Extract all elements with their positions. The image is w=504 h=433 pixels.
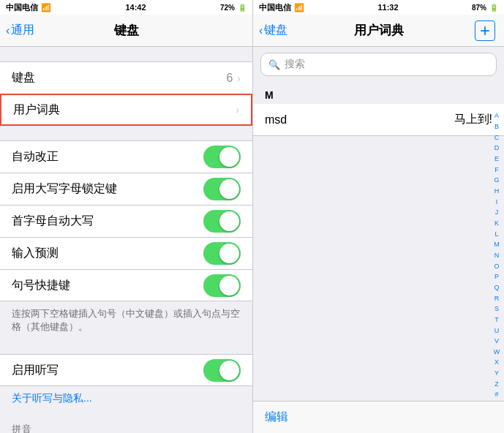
user-dict-chevron: › [236, 104, 239, 116]
dictation-toggle[interactable] [203, 359, 241, 382]
caps-lock-cell[interactable]: 启用大写字母锁定键 [0, 173, 252, 205]
search-placeholder: 搜索 [285, 58, 305, 71]
alphabet-index: A B C D E F G H I J K L M N O P Q R S T [491, 111, 503, 401]
predictive-label: 输入预测 [12, 246, 59, 261]
dict-phrase: msd [265, 113, 287, 127]
auto-cap-knob [219, 211, 239, 231]
caps-lock-toggle[interactable] [203, 178, 241, 200]
right-status-right: 87% 🔋 [472, 4, 498, 12]
dict-shortcut: 马上到! [454, 112, 492, 127]
keyboard-cell[interactable]: 键盘 6 › [0, 61, 252, 94]
right-status-bar: 中国电信 📶 11:32 87% 🔋 [253, 0, 504, 15]
auto-correct-knob [219, 147, 239, 167]
user-dict-cell[interactable]: 用户词典 › [0, 94, 252, 126]
battery-icon-left: 🔋 [238, 4, 247, 12]
carrier-right: 中国电信 [259, 2, 291, 13]
predictive-knob [219, 244, 239, 263]
quick-punct-cell[interactable]: 句号快捷键 [0, 269, 252, 301]
battery-icon-right: 🔋 [489, 4, 498, 12]
search-bar-container: 🔍 搜索 [253, 47, 504, 82]
dictation-privacy-link[interactable]: 关于听写与隐私... [0, 386, 252, 411]
predictive-toggle[interactable] [203, 242, 241, 265]
wifi-icon-right: 📶 [294, 3, 304, 12]
dictation-cell[interactable]: 启用听写 [0, 354, 252, 386]
left-nav-bar: ‹ 通用 键盘 [0, 15, 252, 47]
wifi-icon-left: 📶 [41, 3, 51, 12]
caps-lock-knob [219, 179, 239, 199]
keyboard-value: 6 › [226, 72, 241, 85]
left-back-label: 通用 [11, 23, 34, 38]
quick-punct-knob [219, 276, 239, 295]
right-content: M msd 马上到! A B C D E F G H I J K L M [253, 82, 504, 433]
right-chevron-left-icon: ‹ [259, 24, 263, 37]
right-back-label: 键盘 [264, 23, 287, 38]
dictation-label: 启用听写 [12, 363, 59, 378]
auto-correct-toggle[interactable] [203, 146, 241, 168]
dictation-knob [219, 361, 239, 380]
right-nav-bar: ‹ 键盘 用户词典 + [253, 15, 504, 47]
right-bottom-bar: 编辑 [253, 401, 504, 433]
caps-lock-label: 启用大写字母锁定键 [12, 181, 117, 197]
edit-button[interactable]: 编辑 [265, 410, 288, 425]
predictive-cell[interactable]: 输入预测 [0, 237, 252, 269]
add-button[interactable]: + [475, 20, 495, 41]
keyboard-chevron: › [237, 72, 241, 84]
battery-left: 72% [220, 4, 235, 12]
right-panel: 中国电信 📶 11:32 87% 🔋 ‹ 键盘 用户词典 + 🔍 搜索 M [252, 0, 504, 433]
left-status-bar: 中国电信 📶 14:42 72% 🔋 [0, 0, 252, 15]
auto-cap-label: 首字母自动大写 [12, 214, 94, 229]
search-icon: 🔍 [268, 59, 280, 70]
user-dict-label: 用户词典 [13, 102, 60, 118]
quick-punct-label: 句号快捷键 [12, 278, 70, 293]
left-content: 键盘 6 › 用户词典 › 自动改正 启用大写字母锁定键 [0, 47, 252, 433]
auto-cap-toggle[interactable] [203, 210, 241, 233]
search-bar[interactable]: 🔍 搜索 [260, 53, 497, 76]
time-left: 14:42 [125, 3, 146, 12]
right-status-left: 中国电信 📶 [259, 2, 304, 13]
right-nav-title: 用户词典 [354, 22, 404, 39]
left-panel: 中国电信 📶 14:42 72% 🔋 ‹ 通用 键盘 键盘 6 › [0, 0, 252, 433]
quick-punct-toggle[interactable] [203, 274, 241, 297]
keyboard-label: 键盘 [12, 70, 35, 86]
battery-right: 87% [472, 4, 486, 12]
left-back-button[interactable]: ‹ 通用 [6, 23, 34, 38]
dict-row-msd[interactable]: msd 马上到! [253, 104, 504, 136]
carrier-left: 中国电信 [6, 2, 38, 13]
dict-section-m: M [253, 85, 504, 104]
left-status-left: 中国电信 📶 [6, 2, 51, 13]
auto-correct-label: 自动改正 [12, 149, 59, 165]
time-right: 11:32 [377, 3, 398, 12]
pinyin-section-label: 拼音 [0, 411, 252, 433]
left-status-right: 72% 🔋 [220, 4, 247, 12]
left-nav-title: 键盘 [114, 22, 139, 39]
auto-correct-cell[interactable]: 自动改正 [0, 140, 252, 173]
note-text: 连按两下空格键插入句号（中文键盘）或插入句点与空格（其他键盘）。 [0, 301, 252, 339]
auto-cap-cell[interactable]: 首字母自动大写 [0, 205, 252, 237]
right-back-button[interactable]: ‹ 键盘 [259, 23, 287, 38]
chevron-left-icon: ‹ [6, 24, 10, 37]
